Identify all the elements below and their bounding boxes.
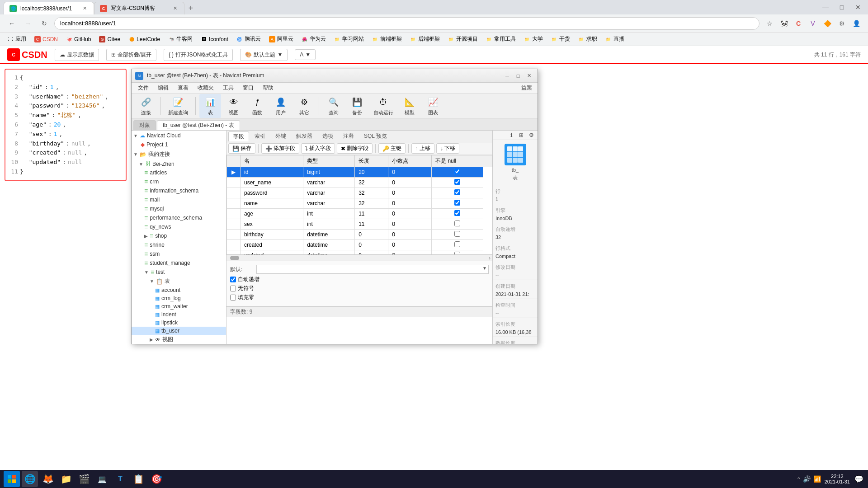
insert-field-button[interactable]: ⤵ 插入字段 <box>301 143 335 154</box>
sidebar-project1[interactable]: ◆ Project 1 <box>132 141 226 149</box>
font-size-btn[interactable]: A ▼ <box>295 49 316 60</box>
sidebar-db-information-schema[interactable]: ≡ information_schema <box>132 186 226 195</box>
bookmark-frontend[interactable]: 📁 前端框架 <box>368 34 406 44</box>
auto-increment-label[interactable]: 自动递增 <box>238 276 259 283</box>
menu-edit[interactable]: 编辑 <box>153 83 173 93</box>
hscroll-row[interactable]: › <box>226 254 492 261</box>
minimize-browser[interactable]: — <box>819 1 832 14</box>
notification-icon[interactable]: 💬 <box>854 474 864 484</box>
taskbar-notes[interactable]: 📋 <box>130 471 146 487</box>
notnull-checkbox[interactable] <box>454 231 460 237</box>
field-notnull-cell[interactable] <box>432 230 483 240</box>
new-tab-button[interactable]: + <box>184 2 197 14</box>
field-length-cell[interactable]: 11 <box>355 209 388 219</box>
field-decimal-cell[interactable]: 0 <box>388 250 432 255</box>
ext-icon-c[interactable]: C <box>792 17 805 30</box>
field-notnull-cell[interactable] <box>432 250 483 255</box>
field-type-cell[interactable]: datetime <box>303 250 355 255</box>
field-name-cell[interactable]: id <box>241 167 303 178</box>
star-icon[interactable]: ☆ <box>763 17 776 30</box>
field-name-cell[interactable]: birthday <box>241 230 303 240</box>
field-length-cell[interactable]: 20 <box>355 167 388 178</box>
sidebar-table-crm-log[interactable]: ▦ crm_log <box>132 294 226 302</box>
sidebar-db-student[interactable]: ≡ student_manage <box>132 258 226 267</box>
table-row[interactable]: sexint110 <box>227 219 492 230</box>
sidebar-table-account[interactable]: ▦ account <box>132 286 226 294</box>
toolbar-new-query[interactable]: 📝 新建查询 <box>165 94 192 118</box>
subtab-indexes[interactable]: 索引 <box>250 131 270 141</box>
info-btn-2[interactable]: ⊞ <box>517 131 526 140</box>
table-row[interactable]: ageint110 <box>227 209 492 219</box>
sidebar-table-crm-waiter[interactable]: ▦ crm_waiter <box>132 302 226 310</box>
add-field-button[interactable]: ➕ 添加字段 <box>261 143 299 154</box>
field-name-cell[interactable]: user_name <box>241 178 303 188</box>
field-type-cell[interactable]: datetime <box>303 230 355 240</box>
bookmark-live[interactable]: 📁 直播 <box>602 34 628 44</box>
table-row[interactable]: createddatetime00 <box>227 240 492 250</box>
bookmark-aliyun[interactable]: A 阿里云 <box>265 34 297 44</box>
ext-icon-v[interactable]: V <box>807 17 819 30</box>
notnull-checkbox[interactable] <box>454 252 460 254</box>
field-notnull-cell[interactable] <box>432 178 483 188</box>
subtab-fields[interactable]: 字段 <box>228 131 249 141</box>
bookmark-study[interactable]: 📁 学习网站 <box>330 34 368 44</box>
bookmark-leetcode[interactable]: 🟠 LeetCode <box>125 35 164 44</box>
taskbar-fox[interactable]: 🦊 <box>40 471 56 487</box>
sys-arrow-icon[interactable]: ^ <box>797 476 800 482</box>
toolbar-function[interactable]: ƒ 函数 <box>246 94 268 118</box>
sidebar-db-qynews[interactable]: ≡ qy_news <box>132 222 226 231</box>
bookmark-tencent[interactable]: 🌀 腾讯云 <box>233 34 264 44</box>
tab-tb-user[interactable]: tb_user @test (Bei-Zhen) - 表 <box>157 120 240 130</box>
bookmark-niuke[interactable]: 🐄 牛客网 <box>165 34 196 44</box>
open-json-btn[interactable]: { } 打开JSON格式化工具 <box>164 49 233 61</box>
field-length-cell[interactable]: 0 <box>355 230 388 240</box>
profile-icon[interactable]: 👤 <box>850 17 863 30</box>
subtab-sql-preview[interactable]: SQL 预览 <box>359 131 392 141</box>
toolbar-chart[interactable]: 📈 图表 <box>422 94 444 118</box>
sidebar-db-shrine[interactable]: ≡ shrine <box>132 240 226 249</box>
bookmark-gitee[interactable]: G Gitee <box>95 35 124 44</box>
table-row[interactable]: passwordvarchar320 <box>227 188 492 198</box>
notnull-checkbox[interactable] <box>454 189 460 195</box>
forward-button[interactable]: → <box>22 17 34 30</box>
field-decimal-cell[interactable]: 0 <box>388 209 432 219</box>
bookmark-iconfont[interactable]: 🅰 Iconfont <box>197 35 232 44</box>
address-bar[interactable]: localhost:8888/user/1 <box>54 17 760 30</box>
menu-tools[interactable]: 工具 <box>218 83 238 93</box>
sys-volume-icon[interactable]: 🔊 <box>803 475 811 483</box>
back-button[interactable]: ← <box>5 17 18 30</box>
default-input[interactable] <box>256 265 489 274</box>
notnull-checkbox[interactable] <box>454 241 460 247</box>
field-decimal-cell[interactable]: 0 <box>388 178 432 188</box>
tab-2[interactable]: C 写文章-CSDN博客 ✕ <box>94 2 184 14</box>
bookmark-backend[interactable]: 📁 后端框架 <box>406 34 443 44</box>
move-down-button[interactable]: ↓ 下移 <box>436 143 459 154</box>
field-type-cell[interactable]: varchar <box>303 198 355 209</box>
taskbar-typora[interactable]: T <box>112 471 128 487</box>
field-type-cell[interactable]: int <box>303 219 355 230</box>
field-length-cell[interactable]: 0 <box>355 250 388 255</box>
sidebar-table-lipstick[interactable]: ▦ lipstick <box>132 319 226 327</box>
field-notnull-cell[interactable] <box>432 240 483 250</box>
zerofill-checkbox[interactable] <box>230 295 236 300</box>
info-btn-1[interactable]: ℹ <box>507 131 516 140</box>
fields-table-container[interactable]: 名 类型 长度 小数点 不是 null ▶idbigint200user_nam… <box>226 155 492 254</box>
toolbar-autorun[interactable]: ⏱ 自动运行 <box>370 94 397 118</box>
toolbar-other[interactable]: ⚙ 其它 <box>293 94 315 118</box>
table-row[interactable]: ▶idbigint200 <box>227 167 492 178</box>
unsigned-label[interactable]: 无符号 <box>238 285 254 292</box>
sidebar-db-crm[interactable]: ≡ crm <box>132 177 226 186</box>
sidebar-db-ssm[interactable]: ≡ ssm <box>132 249 226 258</box>
bookmark-tools[interactable]: 📁 常用工具 <box>482 34 519 44</box>
bookmark-opensource[interactable]: 📁 开源项目 <box>444 34 481 44</box>
sidebar-db-mysql[interactable]: ≡ mysql <box>132 204 226 213</box>
zerofill-label[interactable]: 填充零 <box>238 294 254 301</box>
sidebar-table-indent[interactable]: ▦ indent <box>132 310 226 319</box>
field-name-cell[interactable]: created <box>241 240 303 250</box>
theme-select[interactable]: 🎨 默认主题 ▼ <box>240 49 288 61</box>
field-decimal-cell[interactable]: 0 <box>388 219 432 230</box>
primary-key-button[interactable]: 🔑 主键 <box>378 143 406 154</box>
table-row[interactable]: updateddatetime00 <box>227 250 492 255</box>
field-notnull-cell[interactable] <box>432 167 483 178</box>
navicat-maximize[interactable]: □ <box>513 71 523 81</box>
